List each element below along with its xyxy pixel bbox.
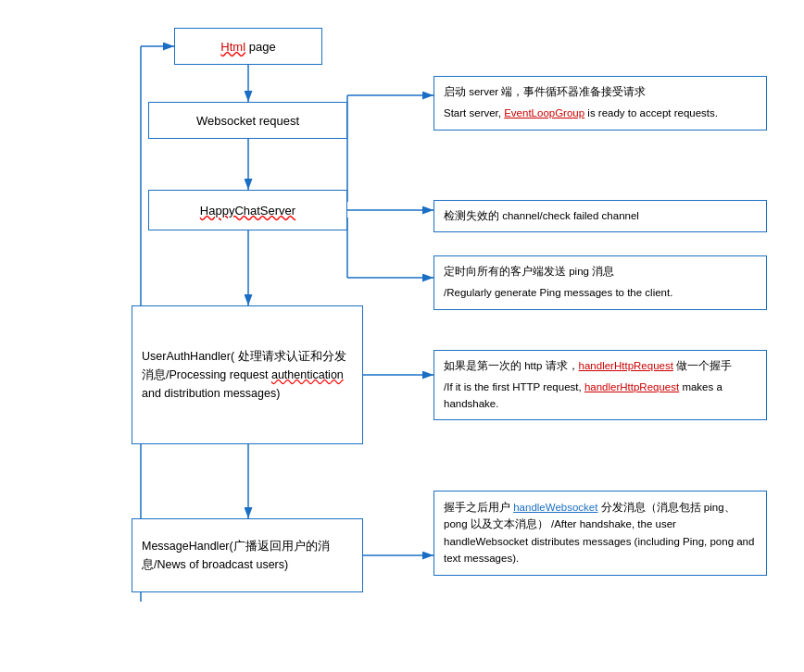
diagram-container: Html page Websocket request HappyChatSer… (0, 0, 804, 672)
ann4-chinese: 如果是第一次的 http 请求，handlerHttpRequest 做一个握手 (444, 358, 757, 374)
annotation-4: 如果是第一次的 http 请求，handlerHttpRequest 做一个握手… (433, 350, 767, 420)
websocket-label: Websocket request (196, 114, 299, 128)
ann2-text: 检测失效的 channel/check failed channel (444, 210, 639, 221)
ann3-chinese: 定时向所有的客户端发送 ping 消息 (444, 264, 757, 280)
happychat-label: HappyChatServer (200, 204, 295, 218)
annotation-3: 定时向所有的客户端发送 ping 消息 /Regularly generate … (433, 255, 767, 310)
userauth-label: UserAuthHandler( 处理请求认证和分发消息/Processing … (142, 347, 353, 403)
websocket-request-box: Websocket request (148, 102, 347, 139)
html-page-label: Html page (220, 40, 275, 54)
annotation-5: 握手之后用户 handleWebsocket 分发消息（消息包括 ping、po… (433, 491, 767, 576)
ann5-content: 握手之后用户 handleWebsocket 分发消息（消息包括 ping、po… (444, 499, 757, 567)
annotation-1: 启动 server 端，事件循环器准备接受请求 Start server, Ev… (433, 76, 767, 131)
ann3-english: /Regularly generate Ping messages to the… (444, 285, 757, 301)
message-label: MessageHandler(广播返回用户的消息/News of broadca… (142, 537, 353, 574)
message-handler-box: MessageHandler(广播返回用户的消息/News of broadca… (132, 518, 363, 592)
annotation-2: 检测失效的 channel/check failed channel (433, 200, 767, 232)
ann4-english: /If it is the first HTTP request, handle… (444, 380, 757, 412)
userauth-handler-box: UserAuthHandler( 处理请求认证和分发消息/Processing … (132, 305, 363, 444)
ann1-chinese: 启动 server 端，事件循环器准备接受请求 (444, 84, 757, 100)
ann1-english: Start server, EventLoopGroup is ready to… (444, 106, 757, 121)
html-page-box: Html page (174, 28, 322, 65)
happychat-server-box: HappyChatServer (148, 190, 347, 230)
